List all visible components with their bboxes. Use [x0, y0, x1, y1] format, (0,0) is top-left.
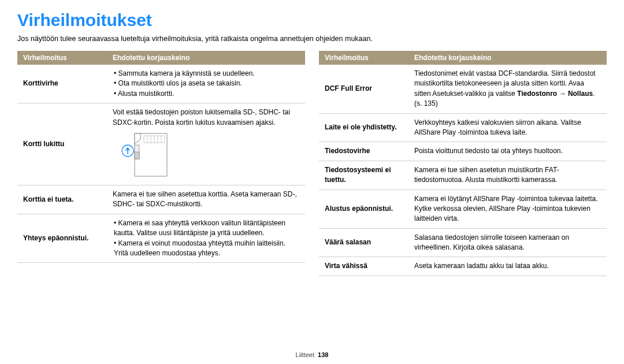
document-page: Virheilmoitukset Jos näyttöön tulee seur…	[0, 0, 624, 364]
sd-card-icon	[121, 131, 173, 181]
row-content: Kamera ei saa yhteyttä verkkoon valitun …	[107, 214, 305, 263]
header-virheilmoitus: Virheilmoitus	[319, 51, 408, 65]
table-row: Yhteys epäonnistui. Kamera ei saa yhteyt…	[17, 214, 305, 263]
dcf-bold-b: Nollaus	[568, 90, 593, 98]
row-label-virta: Virta vähissä	[319, 257, 408, 276]
row-label-fs: Tiedostosysteemi ei tuettu.	[319, 161, 408, 190]
bullet-item: Ota muistikortti ulos ja aseta se takais…	[114, 79, 299, 88]
row-content: Sammuta kamera ja käynnistä se uudelleen…	[107, 65, 305, 103]
error-table-left: Virheilmoitus Ehdotettu korjauskeino Kor…	[17, 51, 305, 263]
row-content: Salasana tiedostojen siirrolle toiseen k…	[408, 228, 607, 257]
dcf-bold-a: Tiedostonro	[517, 90, 557, 98]
table-row: Laite ei ole yhdistetty. Verkkoyhteys ka…	[319, 113, 607, 142]
row-label-kortti-lukittu: Kortti lukittu	[17, 103, 107, 185]
bullet-item: Kamera ei voinut muodostaa yhteyttä muih…	[114, 239, 299, 259]
table-row: Virta vähissä Aseta kameraan ladattu akk…	[319, 257, 607, 276]
row-content: Kamera ei löytänyt AllShare Play -toimin…	[408, 190, 607, 228]
error-table-right: Virheilmoitus Ehdotettu korjauskeino DCF…	[319, 51, 607, 276]
left-column: Virheilmoitus Ehdotettu korjauskeino Kor…	[17, 51, 305, 276]
right-column: Virheilmoitus Ehdotettu korjauskeino DCF…	[319, 51, 607, 276]
table-row: Tiedostosysteemi ei tuettu. Kamera ei tu…	[319, 161, 607, 190]
header-korjauskeino: Ehdotettu korjauskeino	[107, 51, 305, 65]
bullet-item: Sammuta kamera ja käynnistä se uudelleen…	[114, 69, 299, 79]
arrow-icon: →	[557, 90, 568, 98]
table-row: Korttia ei tueta. Kamera ei tue siihen a…	[17, 185, 305, 214]
row-label-salasana: Väärä salasan	[319, 228, 408, 257]
page-title: Virheilmoitukset	[17, 10, 607, 30]
row-label-korttivirhe: Korttivirhe	[17, 65, 107, 103]
row-label-korttia-ei-tueta: Korttia ei tueta.	[17, 185, 107, 214]
table-row: Alustus epäonnistui. Kamera ei löytänyt …	[319, 190, 607, 228]
row-content: Tiedostonimet eivät vastaa DCF-standardi…	[408, 65, 607, 113]
bullet-item: Alusta muistikortti.	[114, 89, 299, 99]
table-row: DCF Full Error Tiedostonimet eivät vasta…	[319, 65, 607, 113]
footer-page-number: 138	[318, 351, 328, 358]
row-label-yhteys-epaonnistui: Yhteys epäonnistui.	[17, 214, 107, 263]
table-row: Kortti lukittu Voit estää tiedostojen po…	[17, 103, 305, 185]
kortti-lukittu-text: Voit estää tiedostojen poiston lukitsema…	[113, 107, 299, 128]
page-footer: Liitteet 138	[0, 351, 624, 358]
row-content: Aseta kameraan ladattu akku tai lataa ak…	[408, 257, 607, 276]
row-label-tiedostovirhe: Tiedostovirhe	[319, 142, 408, 161]
row-content: Verkkoyhteys katkesi valokuvien siirron …	[408, 113, 607, 142]
footer-section: Liitteet	[296, 351, 314, 358]
intro-text: Jos näyttöön tulee seuraavassa lueteltuj…	[17, 35, 607, 43]
row-label-laite: Laite ei ole yhdistetty.	[319, 113, 408, 142]
row-label-alustus: Alustus epäonnistui.	[319, 190, 408, 228]
row-content: Kamera ei tue siihen asetettua korttia. …	[107, 185, 305, 214]
row-content: Voit estää tiedostojen poiston lukitsema…	[107, 103, 305, 185]
table-row: Väärä salasan Salasana tiedostojen siirr…	[319, 228, 607, 257]
header-virheilmoitus: Virheilmoitus	[17, 51, 107, 65]
row-label-dcf: DCF Full Error	[319, 65, 408, 113]
row-content: Poista vioittunut tiedosto tai ota yhtey…	[408, 142, 607, 161]
svg-rect-7	[135, 152, 139, 159]
table-header-row: Virheilmoitus Ehdotettu korjauskeino	[319, 51, 607, 65]
table-header-row: Virheilmoitus Ehdotettu korjauskeino	[17, 51, 305, 65]
header-korjauskeino: Ehdotettu korjauskeino	[408, 51, 607, 65]
bullet-item: Kamera ei saa yhteyttä verkkoon valitun …	[114, 218, 299, 239]
row-content: Kamera ei tue siihen asetetun muistikort…	[408, 161, 607, 190]
table-row: Tiedostovirhe Poista vioittunut tiedosto…	[319, 142, 607, 161]
table-row: Korttivirhe Sammuta kamera ja käynnistä …	[17, 65, 305, 103]
two-column-layout: Virheilmoitus Ehdotettu korjauskeino Kor…	[17, 51, 607, 276]
